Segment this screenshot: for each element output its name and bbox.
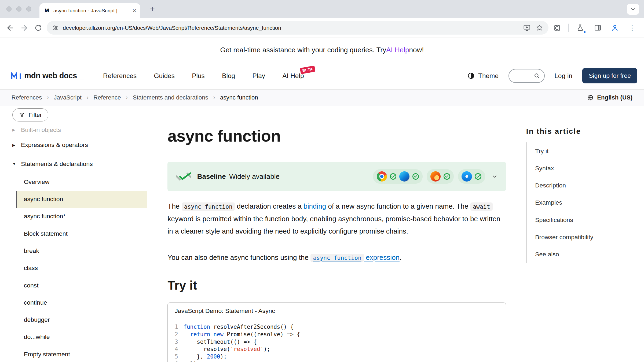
- breadcrumb-statements[interactable]: Statements and declarations: [133, 94, 208, 101]
- omnibox-actions: [523, 24, 544, 32]
- side-panel-button[interactable]: [591, 21, 605, 35]
- breadcrumb-javascript[interactable]: JavaScript: [54, 94, 82, 101]
- nav-ai-help[interactable]: AI HelpBETA: [282, 72, 304, 80]
- chevron-down-icon[interactable]: [492, 173, 498, 180]
- sidebar-sublist: Overview async function async function* …: [16, 173, 147, 362]
- tab-strip: M async function - JavaScript | × +: [0, 0, 644, 18]
- sidebar-item-break[interactable]: break: [16, 242, 147, 259]
- filter-funnel-icon: [19, 112, 25, 118]
- toc-title: In this article: [526, 127, 641, 136]
- paragraph-text: You can also define async functions usin…: [167, 253, 310, 261]
- window-close-button[interactable]: [6, 6, 11, 11]
- window-zoom-button[interactable]: [26, 6, 31, 11]
- toc-item-try-it[interactable]: Try it: [527, 142, 641, 160]
- line-number: 1: [168, 323, 183, 331]
- browser-tab[interactable]: M async function - JavaScript | ×: [39, 3, 141, 18]
- nav-blog[interactable]: Blog: [222, 72, 235, 80]
- sidebar-item-continue[interactable]: continue: [16, 294, 147, 311]
- mdn-logo[interactable]: mdn web docs_: [11, 71, 84, 80]
- toc-item-specifications[interactable]: Specifications: [527, 211, 641, 228]
- nav-plus[interactable]: Plus: [192, 72, 205, 80]
- theme-toggle[interactable]: Theme: [467, 72, 499, 80]
- interactive-demo: JavaScript Demo: Statement - Async 1func…: [167, 302, 506, 362]
- mdn-logo-text: mdn web docs: [24, 71, 77, 80]
- expression-paragraph: You can also define async functions usin…: [167, 252, 506, 264]
- code-line: 5 }, 2000);: [168, 353, 506, 361]
- async-function-expression-link[interactable]: async function expression: [310, 253, 400, 261]
- page-title: async function: [167, 127, 506, 145]
- sidebar-item-label: const: [24, 282, 39, 289]
- sidebar-section-label: Expressions & operators: [21, 141, 88, 149]
- toc-item-description[interactable]: Description: [527, 177, 641, 194]
- site-settings-icon[interactable]: [52, 24, 59, 31]
- line-number: 2: [168, 331, 183, 338]
- breadcrumb-references[interactable]: References: [12, 94, 42, 101]
- url-bar[interactable]: developer.allizom.org/en-US/docs/Web/Jav…: [47, 21, 548, 35]
- sidebar-item-do-while[interactable]: do...while: [16, 328, 147, 346]
- sidebar-item-class[interactable]: class: [16, 260, 147, 277]
- breadcrumb-reference[interactable]: Reference: [93, 94, 121, 101]
- experiments-button[interactable]: [573, 21, 587, 35]
- sidebar-item-debugger[interactable]: debugger: [16, 311, 147, 328]
- sidebar-item-label: debugger: [24, 316, 50, 323]
- theme-label: Theme: [478, 72, 499, 80]
- sidebar-item-expressions-operators[interactable]: ▶ Expressions & operators: [12, 135, 162, 154]
- toc-item-browser-compatibility[interactable]: Browser compatibility: [527, 228, 641, 246]
- section-heading-try-it: Try it: [167, 278, 506, 293]
- baseline-banner[interactable]: Baseline Widely available: [167, 162, 506, 191]
- search-icon: [533, 72, 540, 79]
- ai-help-link[interactable]: AI Help: [386, 46, 409, 54]
- toc-list: Try it Syntax Description Examples Speci…: [526, 142, 641, 263]
- code-editor[interactable]: 1function resolveAfter2Seconds() { 2 ret…: [168, 319, 506, 362]
- sidebar-section-label: Built-in objects: [21, 126, 61, 134]
- nav-references[interactable]: References: [103, 72, 137, 80]
- tab-search-button[interactable]: [627, 4, 639, 15]
- sidebar-item-async-function-star[interactable]: async function*: [16, 208, 147, 225]
- new-tab-button[interactable]: +: [147, 4, 158, 14]
- reload-button[interactable]: [31, 21, 45, 35]
- sidebar-item-overview[interactable]: Overview: [16, 173, 147, 190]
- toc-item-see-also[interactable]: See also: [527, 246, 641, 263]
- kebab-menu-icon: ⋮: [629, 24, 636, 31]
- sidebar-item-empty-statement[interactable]: Empty statement: [16, 346, 147, 362]
- demo-title: JavaScript Demo: Statement - Async: [168, 303, 506, 319]
- sidebar-item-async-function[interactable]: async function: [16, 191, 147, 208]
- nav-guides[interactable]: Guides: [154, 72, 175, 80]
- language-switcher[interactable]: English (US): [587, 94, 632, 101]
- breadcrumb-separator-icon: ›: [86, 94, 88, 101]
- search-input[interactable]: _: [508, 69, 545, 83]
- sidebar-item-label: break: [24, 247, 39, 254]
- binding-link[interactable]: binding: [303, 202, 326, 210]
- chevron-down-icon: [630, 6, 636, 12]
- toc-item-syntax[interactable]: Syntax: [527, 160, 641, 177]
- filter-label: Filter: [29, 112, 42, 119]
- sidebar-item-block-statement[interactable]: Block statement: [16, 225, 147, 242]
- sidebar-item-statements-declarations[interactable]: ▼ Statements & declarations: [12, 154, 162, 173]
- back-button[interactable]: [3, 21, 17, 35]
- nav-play[interactable]: Play: [252, 72, 265, 80]
- signup-button[interactable]: Sign up for free: [582, 68, 638, 84]
- profile-avatar-icon: [611, 24, 619, 32]
- forward-button[interactable]: [17, 21, 31, 35]
- toc-item-examples[interactable]: Examples: [527, 194, 641, 211]
- profile-button[interactable]: [608, 21, 622, 35]
- flask-icon: [576, 24, 584, 32]
- baseline-label: Baseline: [197, 172, 226, 181]
- login-link[interactable]: Log in: [554, 72, 572, 80]
- tab-close-button[interactable]: ×: [133, 8, 136, 14]
- inline-code: async function: [182, 202, 235, 211]
- baseline-check-icon: [176, 172, 191, 181]
- install-icon[interactable]: [523, 24, 531, 32]
- sidebar-item-const[interactable]: const: [16, 277, 147, 294]
- breadcrumb-current[interactable]: async function: [220, 94, 258, 101]
- code-line: 2 return new Promise((resolve) => {: [168, 331, 506, 338]
- browser-menu-button[interactable]: ⋮: [625, 21, 639, 35]
- sidebar-item-built-in-objects[interactable]: ▶ Built-in objects: [12, 124, 162, 136]
- window-minimize-button[interactable]: [16, 6, 21, 11]
- paragraph-text: The: [167, 202, 181, 210]
- sidebar-item-label: continue: [24, 299, 47, 306]
- extensions-button[interactable]: [550, 21, 564, 35]
- sidebar-filter-button[interactable]: Filter: [12, 108, 48, 121]
- bookmark-star-icon[interactable]: [536, 24, 543, 32]
- chevron-down-icon: ▼: [12, 162, 17, 166]
